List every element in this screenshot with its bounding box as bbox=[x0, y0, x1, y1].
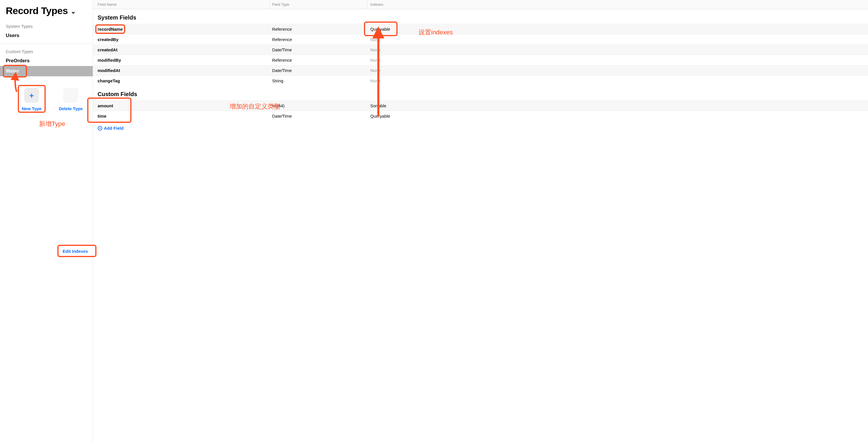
sidebar-item-preorders[interactable]: PreOrders bbox=[0, 56, 93, 66]
table-row: recordName Reference Queryable bbox=[93, 24, 868, 34]
table-row: amount Int(64) Sortable bbox=[93, 100, 868, 111]
field-type: Int(64) bbox=[270, 103, 367, 108]
table-row: createdAt Date/Time None bbox=[93, 44, 868, 55]
annotation-arrow-icon bbox=[11, 73, 22, 93]
add-field-label: Add Field bbox=[104, 126, 123, 131]
field-type: Reference bbox=[270, 37, 367, 42]
annotation-new-type: 新增Type bbox=[11, 120, 93, 128]
chevron-down-icon: ⌄ bbox=[71, 8, 76, 15]
section-label-system-types: System Types bbox=[0, 22, 93, 30]
field-type: Reference bbox=[270, 27, 367, 32]
main-content: Field Name Field Type Indexes System Fie… bbox=[93, 0, 868, 443]
group-title-custom-fields: Custom Fields bbox=[93, 86, 868, 100]
field-indexes: None bbox=[367, 68, 868, 73]
column-header-name[interactable]: Field Name bbox=[93, 0, 270, 9]
table-row: modifiedAt Date/Time None bbox=[93, 65, 868, 75]
annotation-custom-fields: 增加的自定义类型 bbox=[229, 102, 280, 111]
plus-icon: ＋ bbox=[28, 92, 35, 99]
field-name: createdAt bbox=[93, 48, 270, 52]
field-name: time bbox=[93, 114, 270, 119]
annotation-indexes: 设置indexes bbox=[418, 28, 453, 37]
field-indexes: None bbox=[367, 48, 868, 52]
system-fields-rows: recordName Reference Queryable createdBy… bbox=[93, 24, 868, 86]
field-indexes: None bbox=[367, 37, 868, 42]
table-row: time Date/Time Queryable bbox=[93, 111, 868, 121]
column-header-type[interactable]: Field Type bbox=[270, 0, 367, 9]
field-type: String bbox=[270, 78, 367, 83]
sidebar: Record Types ⌄ System Types Users Custom… bbox=[0, 0, 93, 443]
table-header: Field Name Field Type Indexes bbox=[93, 0, 868, 9]
field-type: Date/Time bbox=[270, 114, 367, 119]
column-header-indexes[interactable]: Indexes bbox=[367, 0, 868, 9]
table-row: modifiedBy Reference None bbox=[93, 55, 868, 65]
delete-type-label: Delete Type bbox=[59, 106, 83, 111]
edit-indexes-button[interactable]: Edit Indexes bbox=[63, 249, 88, 254]
section-label-custom-types: Custom Types bbox=[0, 48, 93, 56]
field-name: modifiedAt bbox=[93, 68, 270, 73]
field-indexes: Sortable bbox=[367, 103, 868, 108]
add-field-button[interactable]: + Add Field bbox=[93, 121, 868, 131]
field-name: changeTag bbox=[93, 78, 270, 83]
group-title-system-fields: System Fields bbox=[93, 9, 868, 24]
page-title: Record Types bbox=[6, 5, 68, 17]
table-row: createdBy Reference None bbox=[93, 34, 868, 44]
sidebar-item-users[interactable]: Users bbox=[0, 30, 93, 41]
delete-type-button[interactable]: Delete Type bbox=[59, 88, 83, 111]
new-type-button[interactable]: ＋ New Type bbox=[22, 88, 42, 111]
plus-circle-icon: + bbox=[98, 126, 102, 131]
field-indexes: Queryable bbox=[367, 114, 868, 119]
field-type: Reference bbox=[270, 58, 367, 63]
sidebar-title-dropdown[interactable]: Record Types ⌄ bbox=[0, 5, 93, 22]
field-type: Date/Time bbox=[270, 68, 367, 73]
field-indexes: None bbox=[367, 58, 868, 63]
field-name: recordName bbox=[98, 27, 123, 32]
field-indexes: None bbox=[367, 78, 868, 83]
field-name: modifiedBy bbox=[93, 58, 270, 63]
field-type: Date/Time bbox=[270, 48, 367, 52]
annotation-arrow-icon bbox=[373, 29, 384, 118]
divider bbox=[0, 43, 93, 44]
new-type-label: New Type bbox=[22, 106, 42, 111]
custom-fields-rows: amount Int(64) Sortable time Date/Time Q… bbox=[93, 100, 868, 121]
field-name: createdBy bbox=[93, 37, 270, 42]
table-row: changeTag String None bbox=[93, 75, 868, 86]
